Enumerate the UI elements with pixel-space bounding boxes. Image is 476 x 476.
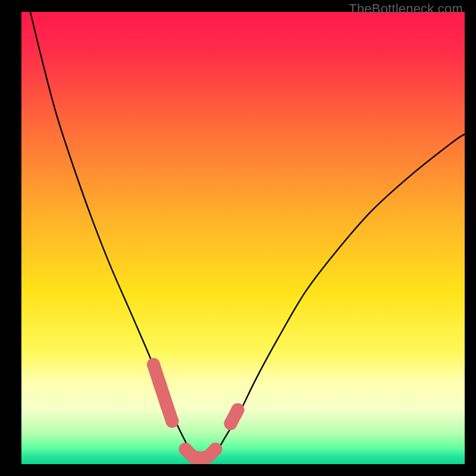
curve-marker-dot <box>147 358 160 371</box>
curve-marker-dot <box>154 378 167 392</box>
chart-frame: TheBottleneck.com <box>0 0 476 476</box>
plot-area <box>21 12 465 464</box>
watermark-text: TheBottleneck.com <box>349 1 463 17</box>
curve-marker-dot <box>160 399 173 412</box>
curve-marker-dot <box>224 417 237 430</box>
curve-marker-dot <box>209 443 222 456</box>
gradient-background <box>21 12 465 464</box>
curve-marker-dot <box>231 403 245 416</box>
chart-svg <box>21 12 465 464</box>
curve-marker-dot <box>165 415 178 428</box>
